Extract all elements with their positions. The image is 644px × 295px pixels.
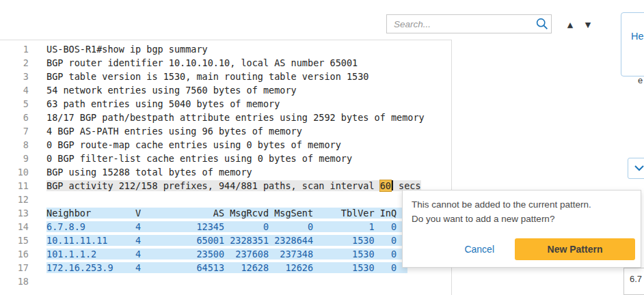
line-number: 6 xyxy=(0,111,29,124)
search-box xyxy=(386,14,552,33)
line-number: 17 xyxy=(0,261,29,275)
code-text: 101.1.1.2 4 23500 237608 237348 1530 0 xyxy=(46,249,407,259)
help-panel: He xyxy=(621,12,644,76)
line-number: 11 xyxy=(0,179,29,193)
code-text: 10.11.11.11 4 65001 2328351 2328644 1530… xyxy=(46,235,407,246)
line-number: 1 xyxy=(0,42,29,56)
cancel-button[interactable]: Cancel xyxy=(464,244,494,255)
code-text: 0 BGP filter-list cache entries using 0 … xyxy=(46,153,352,164)
line-number: 12 xyxy=(0,193,29,206)
code-text: Neighbor V AS MsgRcvd MsgSent TblVer InQ… xyxy=(46,208,425,219)
chevron-down-icon xyxy=(634,165,644,171)
line-number: 9 xyxy=(0,152,29,165)
search-prev-button[interactable]: ▲ xyxy=(563,18,578,31)
code-text: US-BOS-R1#show ip bgp summary xyxy=(46,44,208,55)
line-number: 18 xyxy=(0,275,29,288)
code-line[interactable]: 2BGP router identifier 10.10.10.10, loca… xyxy=(0,56,451,70)
new-pattern-popup: This cannot be added to the current patt… xyxy=(402,190,641,268)
line-number: 2 xyxy=(0,56,29,70)
code-text: 172.16.253.9 4 64513 12628 12626 1530 0 xyxy=(46,262,407,273)
popup-actions: Cancel New Pattern xyxy=(464,238,635,260)
code-text: 54 network entries using 7560 bytes of m… xyxy=(46,85,297,96)
line-number: 15 xyxy=(0,234,29,247)
code-line[interactable]: 1US-BOS-R1#show ip bgp summary xyxy=(0,42,451,56)
popup-message-line1: This cannot be added to the current patt… xyxy=(412,197,631,212)
code-line[interactable]: 10BGP using 15288 total bytes of memory xyxy=(0,165,451,179)
code-line[interactable]: 454 network entries using 7560 bytes of … xyxy=(0,83,451,97)
search-icon[interactable] xyxy=(533,15,551,33)
code-line[interactable]: 563 path entries using 5040 bytes of mem… xyxy=(0,97,451,111)
code-text: BGP using 15288 total bytes of memory xyxy=(46,167,252,178)
code-line[interactable]: 1510.11.11.11 4 65001 2328351 2328644 15… xyxy=(0,234,451,247)
code-text: 0 BGP route-map cache entries using 0 by… xyxy=(46,139,341,150)
line-number: 16 xyxy=(0,247,29,261)
code-segment: BGP activity 212/158 prefixes, 944/881 p… xyxy=(46,180,380,191)
code-text: 18/17 BGP path/bestpath attribute entrie… xyxy=(46,112,425,123)
value-cell-fragment: 6.7 xyxy=(623,268,644,295)
code-line[interactable]: 13Neighbor V AS MsgRcvd MsgSent TblVer I… xyxy=(0,206,451,220)
code-line[interactable]: 16101.1.1.2 4 23500 237608 237348 1530 0 xyxy=(0,247,451,261)
code-text: 6.7.8.9 4 12345 0 0 1 0 xyxy=(46,221,407,232)
line-number: 8 xyxy=(0,138,29,152)
code-text: BGP table version is 1530, main routing … xyxy=(46,71,368,82)
code-text: BGP router identifier 10.10.10.10, local… xyxy=(46,57,358,68)
right-panel-fragment: e xyxy=(638,75,643,85)
selected-token: 60 xyxy=(380,180,391,191)
line-number: 5 xyxy=(0,97,29,111)
code-line[interactable]: 146.7.8.9 4 12345 0 0 1 0 xyxy=(0,220,451,234)
line-number: 4 xyxy=(0,83,29,97)
help-link[interactable]: He xyxy=(631,31,644,42)
code-text: BGP activity 212/158 prefixes, 944/881 p… xyxy=(46,180,421,191)
new-pattern-button[interactable]: New Pattern xyxy=(515,238,635,260)
line-number: 14 xyxy=(0,220,29,234)
search-next-button[interactable]: ▼ xyxy=(580,18,595,31)
popup-message-line2: Do you want to add a new pattern? xyxy=(412,212,631,226)
code-lines: 1US-BOS-R1#show ip bgp summary2BGP route… xyxy=(0,40,451,288)
app-window: ▲ ▼ 1US-BOS-R1#show ip bgp summary2BGP r… xyxy=(0,0,644,295)
code-text: 4 BGP AS-PATH entries using 96 bytes of … xyxy=(46,126,302,137)
collapse-button[interactable] xyxy=(628,158,644,179)
line-number: 3 xyxy=(0,70,29,83)
code-line[interactable]: 618/17 BGP path/bestpath attribute entri… xyxy=(0,111,451,124)
code-editor[interactable]: 1US-BOS-R1#show ip bgp summary2BGP route… xyxy=(0,40,452,295)
code-line[interactable]: 3BGP table version is 1530, main routing… xyxy=(0,70,451,83)
code-line[interactable]: 74 BGP AS-PATH entries using 96 bytes of… xyxy=(0,124,451,138)
code-line[interactable]: 18 xyxy=(0,275,451,288)
search-input[interactable] xyxy=(387,15,533,33)
code-line[interactable]: 80 BGP route-map cache entries using 0 b… xyxy=(0,138,451,152)
line-number: 10 xyxy=(0,165,29,179)
line-number: 7 xyxy=(0,124,29,138)
popup-message: This cannot be added to the current patt… xyxy=(412,197,631,226)
line-number: 13 xyxy=(0,206,29,220)
code-line[interactable]: 12 xyxy=(0,193,451,206)
code-text: 63 path entries using 5040 bytes of memo… xyxy=(46,98,280,109)
code-line[interactable]: 17172.16.253.9 4 64513 12628 12626 1530 … xyxy=(0,261,451,275)
code-line[interactable]: 90 BGP filter-list cache entries using 0… xyxy=(0,152,451,165)
code-line[interactable]: 11BGP activity 212/158 prefixes, 944/881… xyxy=(0,179,451,193)
